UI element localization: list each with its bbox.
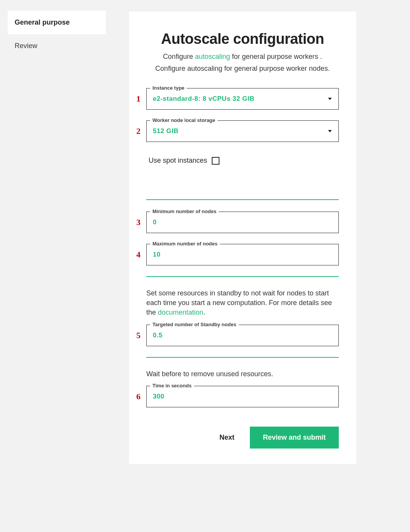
subtitle-line-2: Configure autoscaling for general purpos… xyxy=(146,65,339,73)
sidebar-item-label: Review xyxy=(15,42,37,50)
annotation-2: 2 xyxy=(136,126,141,136)
local-storage-select[interactable]: 512 GIB xyxy=(146,120,339,142)
divider xyxy=(146,357,339,358)
instance-type-select[interactable]: e2-standard-8: 8 vCPUs 32 GIB xyxy=(146,88,339,110)
sidebar-item-general-purpose[interactable]: General purpose xyxy=(8,11,106,34)
instance-type-field-wrapper: Instance type e2-standard-8: 8 vCPUs 32 … xyxy=(146,88,339,110)
local-storage-field-wrapper: Worker node local storage 512 GIB xyxy=(146,120,339,142)
max-nodes-field-wrapper: Maximum number of nodes xyxy=(146,244,339,265)
wait-description: Wait before to remove unused resources. xyxy=(146,369,339,379)
config-card: Autoscale configuration Configure autosc… xyxy=(129,12,356,464)
review-and-submit-button[interactable]: Review and submit xyxy=(250,427,339,449)
button-row: Next Review and submit xyxy=(146,427,339,449)
annotation-5: 5 xyxy=(136,330,141,340)
standby-nodes-field-wrapper: Targeted number of Standby nodes xyxy=(146,325,339,346)
time-seconds-input[interactable] xyxy=(146,386,339,407)
local-storage-label: Worker node local storage xyxy=(150,117,218,123)
time-seconds-field-wrapper: Time in seconds xyxy=(146,386,339,407)
documentation-link[interactable]: documentation xyxy=(158,309,203,316)
time-seconds-label: Time in seconds xyxy=(150,383,194,389)
min-nodes-label: Minimum number of nodes xyxy=(150,208,219,214)
autoscaling-link[interactable]: autoscaling xyxy=(195,53,230,60)
divider xyxy=(146,276,339,277)
next-button[interactable]: Next xyxy=(216,428,238,447)
standby-nodes-label: Targeted number of Standby nodes xyxy=(150,322,239,327)
subtitle-line-1: Configure autoscaling for general purpos… xyxy=(146,53,339,61)
sidebar-item-label: General purpose xyxy=(15,18,70,26)
sidebar-item-review[interactable]: Review xyxy=(8,34,106,58)
min-nodes-field-wrapper: Minimum number of nodes xyxy=(146,212,339,233)
divider xyxy=(146,199,339,200)
annotation-3: 3 xyxy=(136,217,141,227)
max-nodes-label: Maximum number of nodes xyxy=(150,241,220,247)
standby-description: Set some resources in standby to not wai… xyxy=(146,289,339,318)
annotation-1: 1 xyxy=(136,94,141,104)
annotation-6: 6 xyxy=(136,392,141,402)
page-title: Autoscale configuration xyxy=(146,31,339,47)
instance-type-label: Instance type xyxy=(150,85,187,91)
min-nodes-input[interactable] xyxy=(146,212,339,233)
use-spot-checkbox[interactable] xyxy=(212,157,219,165)
use-spot-label: Use spot instances xyxy=(149,157,207,165)
max-nodes-input[interactable] xyxy=(146,244,339,265)
main-content: Autoscale configuration Configure autosc… xyxy=(106,0,410,532)
annotation-4: 4 xyxy=(136,250,141,260)
use-spot-row: Use spot instances xyxy=(146,153,339,168)
sidebar: General purpose Review xyxy=(0,0,106,532)
standby-nodes-input[interactable] xyxy=(146,325,339,346)
